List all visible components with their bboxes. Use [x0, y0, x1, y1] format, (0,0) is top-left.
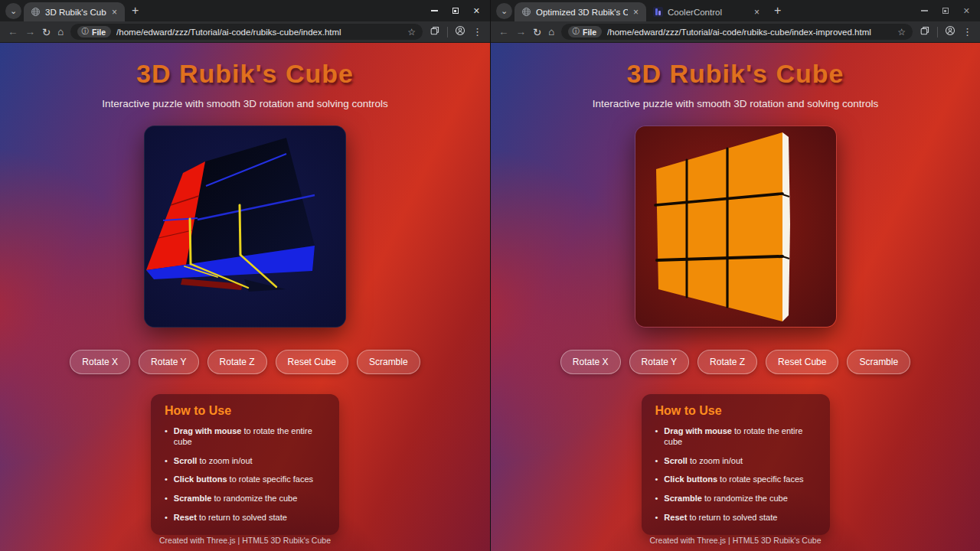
- tab-strip: ⌄ Optimized 3D Rubik's C × CoolerControl…: [491, 0, 980, 21]
- menu-icon[interactable]: ⋮: [962, 26, 972, 37]
- howto-item: •Scroll to zoom in/out: [655, 456, 816, 467]
- how-to-use-heading: How to Use: [165, 404, 325, 418]
- browser-toolbar: ← → ↻ ⌂ ⓘ File /home/edward/zzz/Tutorial…: [491, 21, 980, 43]
- new-tab-button[interactable]: +: [774, 4, 781, 18]
- url-text: /home/edward/zzz/Tutorial/ai-code/rubiks…: [116, 28, 402, 37]
- bullet-icon: •: [655, 456, 658, 467]
- back-icon[interactable]: ←: [8, 26, 18, 37]
- window-controls: ✕: [426, 7, 490, 15]
- tab-close-icon[interactable]: ×: [753, 7, 760, 18]
- globe-favicon-icon: [521, 7, 531, 17]
- tab-title: CoolerControl: [668, 8, 749, 17]
- howto-item: •Click buttons to rotate specific faces: [165, 474, 325, 485]
- cube-canvas[interactable]: [144, 126, 346, 328]
- bullet-icon: •: [165, 513, 168, 523]
- bullet-icon: •: [655, 426, 658, 437]
- scramble-button[interactable]: Scramble: [357, 350, 420, 374]
- tab-title: 3D Rubik's Cube: [45, 8, 106, 17]
- cube-canvas[interactable]: [635, 126, 837, 328]
- tab-search-button[interactable]: ⌄: [496, 3, 512, 19]
- close-window-button[interactable]: ✕: [963, 7, 970, 15]
- file-scheme-chip[interactable]: ⓘ File: [77, 26, 111, 37]
- bullet-icon: •: [655, 513, 658, 523]
- toolbar-separator: [937, 27, 938, 37]
- bullet-icon: •: [165, 456, 168, 467]
- forward-icon[interactable]: →: [516, 26, 527, 37]
- browser-window-left: ⌄ 3D Rubik's Cube × + ✕ ← → ↻ ⌂ ⓘ File /…: [0, 0, 490, 551]
- howto-item: •Drag with mouse to rotate the entire cu…: [165, 426, 325, 448]
- howto-item: •Scramble to randomize the cube: [165, 494, 325, 504]
- new-tab-button[interactable]: +: [132, 4, 139, 18]
- how-to-use-panel: How to Use •Drag with mouse to rotate th…: [151, 394, 339, 535]
- home-icon[interactable]: ⌂: [57, 26, 64, 37]
- tab-coolercontrol[interactable]: CoolerControl ×: [646, 2, 767, 21]
- page-title: 3D Rubik's Cube: [136, 59, 354, 89]
- howto-item: •Scroll to zoom in/out: [165, 456, 325, 467]
- rotate-y-button[interactable]: Rotate Y: [139, 350, 198, 374]
- howto-item: •Reset to return to solved state: [655, 513, 816, 523]
- minimize-button[interactable]: [921, 10, 928, 11]
- maximize-button[interactable]: [452, 8, 459, 14]
- browser-window-right: ⌄ Optimized 3D Rubik's C × CoolerControl…: [490, 0, 980, 551]
- rotate-z-button[interactable]: Rotate Z: [207, 350, 267, 374]
- bullet-icon: •: [165, 426, 168, 437]
- maximize-button[interactable]: [942, 8, 949, 14]
- bullet-icon: •: [655, 474, 658, 485]
- howto-item: •Scramble to randomize the cube: [655, 494, 816, 504]
- page-subtitle: Interactive puzzle with smooth 3D rotati…: [593, 98, 879, 109]
- how-to-use-panel: How to Use •Drag with mouse to rotate th…: [642, 394, 830, 535]
- rotate-x-button[interactable]: Rotate X: [560, 350, 621, 374]
- back-icon[interactable]: ←: [498, 26, 509, 37]
- tab-close-icon[interactable]: ×: [111, 7, 118, 18]
- reset-cube-button[interactable]: Reset Cube: [766, 350, 838, 374]
- bullet-icon: •: [165, 474, 168, 485]
- scramble-button[interactable]: Scramble: [847, 350, 910, 374]
- file-chip-label: File: [92, 28, 106, 37]
- browser-toolbar: ← → ↻ ⌂ ⓘ File /home/edward/zzz/Tutorial…: [0, 21, 490, 43]
- howto-item: •Reset to return to solved state: [165, 513, 325, 523]
- reload-icon[interactable]: ↻: [533, 26, 541, 38]
- webpage-rubiks-cube-improved: 3D Rubik's Cube Interactive puzzle with …: [491, 43, 980, 551]
- tab-close-icon[interactable]: ×: [632, 7, 639, 18]
- file-chip-label: File: [583, 28, 596, 37]
- rotate-y-button[interactable]: Rotate Y: [629, 350, 689, 374]
- close-window-button[interactable]: ✕: [473, 7, 480, 15]
- minimize-button[interactable]: [431, 10, 438, 11]
- reset-cube-button[interactable]: Reset Cube: [276, 350, 348, 374]
- home-icon[interactable]: ⌂: [548, 26, 554, 37]
- profile-icon[interactable]: [455, 25, 466, 38]
- webpage-rubiks-cube: 3D Rubik's Cube Interactive puzzle with …: [0, 43, 490, 551]
- rubiks-cube-render: [145, 126, 346, 328]
- bookmark-star-icon[interactable]: ☆: [897, 27, 906, 37]
- profile-icon[interactable]: [945, 25, 956, 38]
- info-icon: ⓘ: [572, 27, 580, 37]
- cube-controls: Rotate X Rotate Y Rotate Z Reset Cube Sc…: [560, 350, 910, 374]
- bullet-icon: •: [655, 494, 658, 504]
- howto-item: •Click buttons to rotate specific faces: [655, 474, 816, 485]
- tab-strip: ⌄ 3D Rubik's Cube × + ✕: [0, 0, 490, 21]
- howto-item: •Drag with mouse to rotate the entire cu…: [655, 426, 816, 448]
- extensions-icon[interactable]: [430, 25, 440, 38]
- how-to-use-heading: How to Use: [655, 404, 816, 418]
- reload-icon[interactable]: ↻: [42, 26, 51, 38]
- window-controls: ✕: [916, 7, 980, 15]
- cube-controls: Rotate X Rotate Y Rotate Z Reset Cube Sc…: [70, 350, 420, 374]
- address-bar[interactable]: ⓘ File /home/edward/zzz/Tutorial/ai-code…: [70, 24, 423, 40]
- tab-rubiks-cube[interactable]: 3D Rubik's Cube ×: [24, 2, 125, 21]
- tab-optimized-rubiks[interactable]: Optimized 3D Rubik's C ×: [514, 2, 646, 21]
- toolbar-separator: [447, 27, 448, 37]
- tab-search-button[interactable]: ⌄: [5, 3, 21, 19]
- extensions-icon[interactable]: [920, 25, 930, 38]
- bookmark-star-icon[interactable]: ☆: [407, 27, 416, 37]
- rotate-z-button[interactable]: Rotate Z: [697, 350, 757, 374]
- address-bar[interactable]: ⓘ File /home/edward/zzz/Tutorial/ai-code…: [561, 24, 913, 40]
- menu-icon[interactable]: ⋮: [472, 26, 482, 37]
- page-subtitle: Interactive puzzle with smooth 3D rotati…: [102, 98, 388, 109]
- forward-icon[interactable]: →: [25, 26, 36, 37]
- globe-favicon-icon: [31, 7, 41, 17]
- rubiks-cube-render: [635, 126, 837, 328]
- info-icon: ⓘ: [81, 27, 89, 37]
- rotate-x-button[interactable]: Rotate X: [70, 350, 130, 374]
- file-scheme-chip[interactable]: ⓘ File: [568, 26, 602, 37]
- page-footer: Created with Three.js | HTML5 3D Rubik's…: [650, 536, 822, 545]
